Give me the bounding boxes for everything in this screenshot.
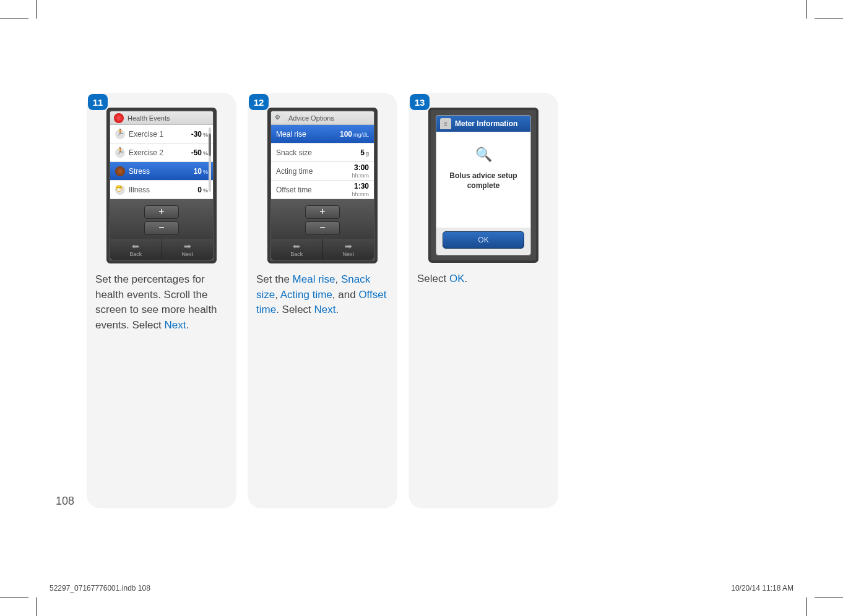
- step-11: 11 Health Events Exercise 1 -30% Exercis…: [87, 93, 236, 508]
- screen-titlebar: Health Events: [110, 111, 213, 125]
- screen-titlebar: Advice Options: [271, 111, 374, 125]
- gear-icon: [275, 113, 285, 123]
- step-caption: Set the Meal rise, Snack size, Acting ti…: [256, 272, 389, 318]
- list-item[interactable]: Exercise 2 -50%: [110, 143, 213, 162]
- back-label: Back: [290, 251, 303, 257]
- row-label: Exercise 2: [129, 148, 163, 157]
- next-button[interactable]: ➡ Next: [323, 239, 374, 260]
- row-label: Stress: [129, 167, 150, 176]
- step-badge: 13: [410, 94, 430, 110]
- next-button[interactable]: ➡ Next: [162, 239, 214, 260]
- screen-title: Meter Information: [455, 119, 517, 128]
- row-label: Snack size: [276, 148, 312, 157]
- stepper: + −: [271, 199, 374, 239]
- arrow-right-icon: ➡: [184, 242, 191, 250]
- row-label: Offset time: [276, 186, 312, 194]
- list-item[interactable]: Offset time 1:30hh:mm: [271, 181, 374, 199]
- arrow-left-icon: ⬅: [132, 242, 139, 250]
- run-icon: [115, 148, 125, 158]
- row-label: Meal rise: [276, 130, 306, 139]
- back-button[interactable]: ⬅ Back: [110, 239, 162, 260]
- stress-icon: [115, 166, 125, 176]
- screen-title: Advice Options: [288, 114, 334, 122]
- steps-row: 11 Health Events Exercise 1 -30% Exercis…: [87, 93, 558, 508]
- step-13: 13 ≡ Meter Information 🔍 Bolus advice se…: [409, 93, 558, 508]
- ill-icon: [115, 185, 125, 195]
- arrow-left-icon: ⬅: [293, 242, 300, 250]
- next-label: Next: [181, 251, 193, 257]
- screen-title: Health Events: [128, 114, 170, 122]
- row-label: Exercise 1: [129, 130, 163, 139]
- ok-button[interactable]: OK: [443, 231, 524, 249]
- info-message: Bolus advice setup complete: [441, 171, 525, 190]
- info-icon: 🔍: [441, 147, 525, 163]
- back-label: Back: [129, 251, 142, 257]
- heart-icon: [114, 113, 124, 123]
- step-caption: Set the percentages for health events. S…: [95, 272, 228, 333]
- footer-file: 52297_07167776001.indb 108: [50, 584, 150, 592]
- minus-button[interactable]: −: [305, 221, 340, 235]
- stepper: + −: [110, 199, 213, 239]
- run-icon: [115, 129, 125, 139]
- list-item[interactable]: Snack size 5g: [271, 143, 374, 162]
- row-label: Illness: [129, 186, 150, 194]
- step-badge: 12: [249, 94, 269, 110]
- device-screenshot: Advice Options Meal rise 100mg/dL Snack …: [267, 108, 378, 263]
- step-12: 12 Advice Options Meal rise 100mg/dL Sna…: [248, 93, 397, 508]
- screen-titlebar: ≡ Meter Information: [436, 116, 530, 132]
- document-icon: ≡: [440, 118, 451, 129]
- step-caption: Select OK.: [417, 272, 550, 287]
- list-item[interactable]: Meal rise 100mg/dL: [271, 125, 374, 143]
- list-item[interactable]: Stress 10%: [110, 162, 213, 181]
- scrollbar[interactable]: [209, 127, 211, 192]
- page-number: 108: [56, 495, 74, 508]
- footer-datetime: 10/20/14 11:18 AM: [731, 584, 793, 592]
- back-button[interactable]: ⬅ Back: [271, 239, 322, 260]
- device-screenshot: ≡ Meter Information 🔍 Bolus advice setup…: [428, 108, 538, 263]
- device-screenshot: Health Events Exercise 1 -30% Exercise 2…: [106, 108, 217, 263]
- row-label: Acting time: [276, 167, 313, 176]
- minus-button[interactable]: −: [144, 221, 179, 235]
- list-item[interactable]: Acting time 3:00hh:mm: [271, 162, 374, 181]
- step-badge: 11: [88, 94, 108, 110]
- list-item[interactable]: Illness 0%: [110, 181, 213, 199]
- list-item[interactable]: Exercise 1 -30%: [110, 125, 213, 143]
- plus-button[interactable]: +: [144, 205, 179, 219]
- plus-button[interactable]: +: [305, 205, 340, 219]
- next-label: Next: [342, 251, 354, 257]
- arrow-right-icon: ➡: [345, 242, 352, 250]
